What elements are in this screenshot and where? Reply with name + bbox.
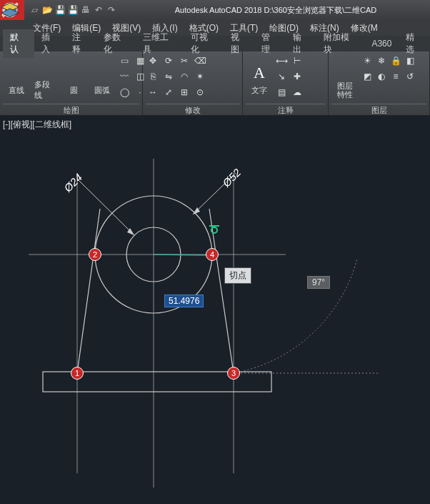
snap-tangent-icon	[209, 224, 219, 234]
spline-icon[interactable]: 〰	[117, 69, 131, 84]
move-icon[interactable]: ✥	[146, 54, 160, 68]
erase-icon[interactable]: ⌫	[193, 54, 207, 68]
quick-access-toolbar: ▱ 📂 💾 💾 🖶 ↶ ↷	[24, 4, 121, 16]
stretch-icon[interactable]: ↔	[146, 85, 160, 99]
marker-3: 3	[227, 367, 240, 380]
panel-annotation: A 文字 ⟷ ↘ ▤ ⊢ ✚ ☁ 注释	[243, 51, 329, 115]
panel-modify-label[interactable]: 修改	[146, 104, 239, 115]
circle-button[interactable]: 圆	[60, 54, 87, 104]
title-bar: A ▱ 📂 💾 💾 🖶 ↶ ↷ Autodesk AutoCAD 2018 D:…	[0, 0, 430, 20]
dim-icon[interactable]: ⊢	[290, 54, 304, 68]
rotate-icon[interactable]: ⟳	[161, 54, 176, 68]
text-icon: A	[249, 62, 270, 84]
trim-icon[interactable]: ✂	[177, 54, 191, 68]
layer-color-icon[interactable]: ◧	[403, 54, 417, 68]
fillet-icon[interactable]: ◠	[177, 69, 191, 84]
ribbon-tabs: 默认 插入 注释 参数化 三维工具 可视化 视图 管理 输出 附加模块 A360…	[0, 36, 430, 51]
arc-icon	[91, 62, 113, 84]
layer-freeze-icon[interactable]: ❄	[374, 54, 389, 68]
ellipse-icon[interactable]: ◯	[117, 85, 131, 99]
arc-button[interactable]: 圆弧	[89, 54, 116, 104]
layer-grid: ☀ ❄ 🔒 ◧ ◩ ◐ ≡ ↺	[360, 54, 416, 104]
layerprops-label: 图层 特性	[337, 81, 353, 99]
panel-draw: 直线 多段线 圆 圆弧 ▭ 〰 ◯ ▦ ◫ ∙	[0, 51, 143, 115]
svg-line-9	[77, 209, 100, 373]
table-icon[interactable]: ▤	[274, 85, 289, 99]
dim-linear-icon[interactable]: ⟷	[274, 54, 289, 68]
mirror-icon[interactable]: ⇋	[161, 69, 176, 84]
svg-line-11	[79, 180, 134, 235]
explode-icon[interactable]: ✶	[193, 69, 207, 84]
panel-layer: 图层 特性 ☀ ❄ 🔒 ◧ ◩ ◐ ≡ ↺ 图层	[329, 51, 430, 115]
panel-draw-label[interactable]: 绘图	[3, 104, 139, 115]
layer-match-icon[interactable]: ≡	[389, 69, 403, 84]
panel-modify: ✥ ⟳ ✂ ⌫ ⎘ ⇋ ◠ ✶ ↔ ⤢ ⊞ ⊙ 修改	[143, 51, 243, 115]
leader-icon[interactable]: ↘	[274, 69, 289, 84]
layer-lock-icon[interactable]: 🔒	[389, 54, 403, 68]
drawing-canvas	[0, 116, 430, 504]
arc-label: 圆弧	[94, 85, 110, 96]
draw-extra-col: ▭ 〰 ◯	[117, 54, 131, 104]
layer-props-button[interactable]: 图层 特性	[331, 54, 359, 104]
polyline-label: 多段线	[34, 79, 56, 101]
offset-icon[interactable]: ⊙	[193, 85, 207, 99]
annot-col: ⟷ ↘ ▤	[274, 54, 289, 104]
line-button[interactable]: 直线	[3, 54, 30, 104]
polyline-button[interactable]: 多段线	[31, 54, 59, 104]
panel-annot-label[interactable]: 注释	[246, 104, 325, 115]
layers-icon	[334, 59, 356, 80]
save-icon[interactable]: 💾	[54, 4, 66, 16]
rect-icon[interactable]: ▭	[117, 54, 131, 68]
dynamic-angle-readout: 97°	[307, 276, 330, 289]
layer-off-icon[interactable]: ◐	[374, 69, 389, 84]
text-button[interactable]: A 文字	[246, 54, 273, 104]
ribbon: 直线 多段线 圆 圆弧 ▭ 〰 ◯ ▦ ◫ ∙	[0, 51, 430, 116]
undo-icon[interactable]: ↶	[93, 4, 104, 16]
layer-iso-icon[interactable]: ◩	[360, 69, 374, 84]
circle-label: 圆	[70, 85, 78, 96]
open-icon[interactable]: 📂	[41, 4, 53, 16]
scale-icon[interactable]: ⤢	[161, 85, 176, 99]
cloud-icon[interactable]: ☁	[290, 85, 304, 99]
line-icon	[6, 62, 27, 84]
redo-icon[interactable]: ↷	[106, 4, 117, 16]
text-label: 文字	[251, 85, 267, 96]
window-title: Autodesk AutoCAD 2018 D:\360安全浏览器下载\二维CA…	[121, 5, 430, 16]
circle-icon	[63, 62, 84, 84]
snap-tooltip: 切点	[224, 267, 251, 284]
svg-point-17	[211, 227, 217, 233]
mark-icon[interactable]: ✚	[290, 69, 304, 84]
marker-1: 1	[71, 367, 84, 380]
dynamic-length-input[interactable]: 51.4976	[164, 295, 204, 307]
copy-icon[interactable]: ⎘	[146, 69, 160, 84]
plot-icon[interactable]: 🖶	[80, 4, 91, 16]
layer-on-icon[interactable]: ☀	[360, 54, 374, 68]
tab-a360[interactable]: A360	[364, 36, 399, 51]
annot-col2: ⊢ ✚ ☁	[290, 54, 304, 104]
array-icon[interactable]: ⊞	[177, 85, 191, 99]
layer-prev-icon[interactable]: ↺	[403, 69, 417, 84]
marker-2: 2	[89, 248, 101, 261]
marker-4: 4	[206, 248, 219, 261]
polyline-icon	[34, 56, 56, 78]
panel-layer-label[interactable]: 图层	[331, 104, 426, 115]
drawing-area[interactable]: [-][俯视][二维线框] Ø24 Ø52 1 2 3	[0, 116, 430, 504]
new-icon[interactable]: ▱	[29, 4, 40, 16]
line-label: 直线	[9, 85, 24, 96]
saveas-icon[interactable]: 💾	[67, 4, 79, 16]
modify-grid: ✥ ⟳ ✂ ⌫ ⎘ ⇋ ◠ ✶ ↔ ⤢ ⊞ ⊙	[146, 54, 207, 104]
